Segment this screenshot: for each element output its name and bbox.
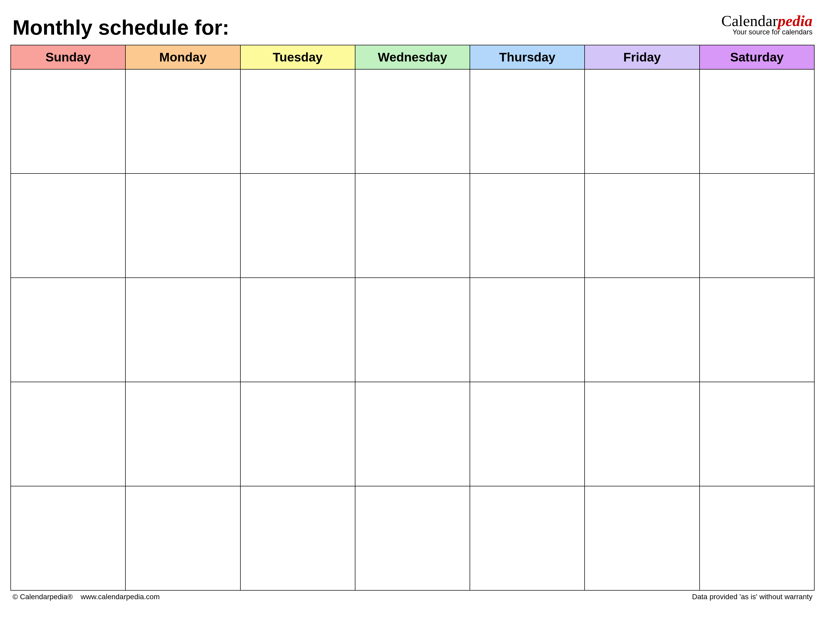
calendar-week-row: [11, 486, 814, 590]
calendar-cell[interactable]: [585, 382, 699, 486]
footer-copyright: © Calendarpedia®: [12, 593, 73, 601]
footer-left: © Calendarpedia® www.calendarpedia.com: [12, 593, 160, 601]
calendar-cell[interactable]: [125, 69, 240, 174]
day-header-saturday: Saturday: [700, 45, 814, 69]
calendar-cell[interactable]: [470, 382, 585, 486]
calendar-cell[interactable]: [11, 278, 125, 382]
day-header-thursday: Thursday: [470, 45, 585, 69]
calendar-cell[interactable]: [11, 382, 125, 486]
footer-row: © Calendarpedia® www.calendarpedia.com D…: [11, 593, 814, 601]
calendar-cell[interactable]: [240, 174, 355, 278]
calendar-week-row: [11, 69, 814, 174]
calendar-cell[interactable]: [125, 278, 240, 382]
logo-text: Calendarpedia: [721, 13, 813, 29]
calendar-cell[interactable]: [125, 486, 240, 590]
calendar-cell[interactable]: [11, 486, 125, 590]
calendar-table: Sunday Monday Tuesday Wednesday Thursday…: [11, 45, 814, 591]
calendar-week-row: [11, 382, 814, 486]
day-header-wednesday: Wednesday: [355, 45, 470, 69]
calendar-cell[interactable]: [585, 486, 699, 590]
calendar-cell[interactable]: [470, 278, 585, 382]
calendar-cell[interactable]: [125, 382, 240, 486]
calendar-cell[interactable]: [470, 486, 585, 590]
calendar-cell[interactable]: [240, 278, 355, 382]
calendar-cell[interactable]: [125, 174, 240, 278]
calendar-week-row: [11, 174, 814, 278]
day-header-tuesday: Tuesday: [240, 45, 355, 69]
calendar-cell[interactable]: [585, 69, 699, 174]
day-header-monday: Monday: [125, 45, 240, 69]
footer-url: www.calendarpedia.com: [80, 593, 160, 601]
calendar-cell[interactable]: [585, 174, 699, 278]
calendar-cell[interactable]: [355, 382, 470, 486]
logo-tagline: Your source for calendars: [721, 28, 813, 36]
day-header-sunday: Sunday: [11, 45, 125, 69]
calendar-cell[interactable]: [240, 486, 355, 590]
calendar-cell[interactable]: [700, 278, 814, 382]
calendar-cell[interactable]: [11, 69, 125, 174]
header-row: Monthly schedule for: Calendarpedia Your…: [11, 11, 814, 40]
logo-part-pedia: pedia: [778, 12, 813, 29]
calendar-cell[interactable]: [470, 174, 585, 278]
page-title: Monthly schedule for:: [12, 11, 229, 40]
brand-logo: Calendarpedia Your source for calendars: [721, 11, 813, 36]
day-header-friday: Friday: [585, 45, 699, 69]
calendar-cell[interactable]: [470, 69, 585, 174]
calendar-cell[interactable]: [700, 382, 814, 486]
calendar-cell[interactable]: [240, 69, 355, 174]
logo-part-calendar: Calendar: [721, 12, 778, 29]
calendar-cell[interactable]: [355, 278, 470, 382]
calendar-cell[interactable]: [355, 174, 470, 278]
footer-disclaimer: Data provided 'as is' without warranty: [692, 593, 813, 601]
calendar-cell[interactable]: [700, 174, 814, 278]
calendar-cell[interactable]: [355, 69, 470, 174]
calendar-cell[interactable]: [700, 69, 814, 174]
calendar-week-row: [11, 278, 814, 382]
calendar-cell[interactable]: [355, 486, 470, 590]
calendar-cell[interactable]: [240, 382, 355, 486]
calendar-page: Monthly schedule for: Calendarpedia Your…: [11, 11, 814, 633]
calendar-cell[interactable]: [700, 486, 814, 590]
calendar-cell[interactable]: [585, 278, 699, 382]
day-header-row: Sunday Monday Tuesday Wednesday Thursday…: [11, 45, 814, 69]
calendar-cell[interactable]: [11, 174, 125, 278]
